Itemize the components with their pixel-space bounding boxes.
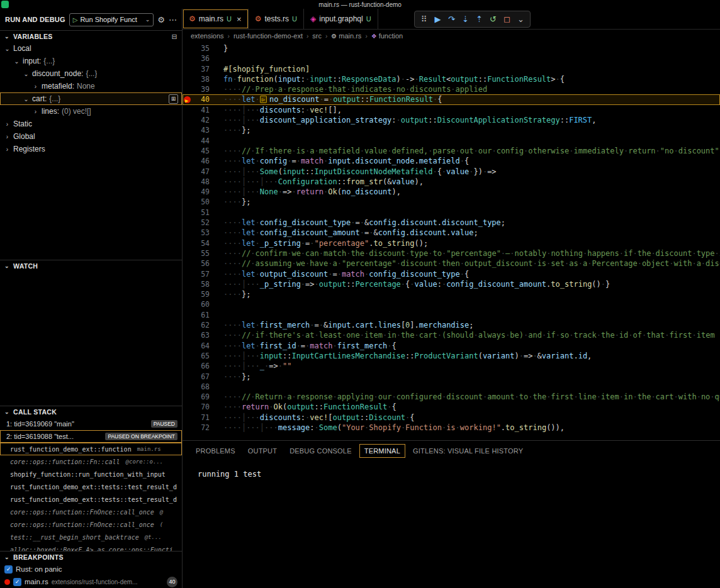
code-text[interactable]: ····let·first_merch·=·&input.cart.lines[… <box>210 320 720 330</box>
line-number[interactable]: 35 <box>193 43 210 53</box>
code-line-62[interactable]: 62····let·first_merch·=·&input.cart.line… <box>183 320 720 330</box>
code-text[interactable]: ····│···discounts:·vec![], <box>210 105 720 115</box>
code-line-45[interactable]: 45····//·If·there·is·a·metafield·value·d… <box>183 146 720 156</box>
glyph-margin[interactable] <box>183 228 193 238</box>
chevron-down-icon[interactable]: ⌄ <box>4 45 11 52</box>
breadcrumb-item-main.rs[interactable]: ⚙main.rs <box>331 32 361 40</box>
variable-row-Local[interactable]: ⌄Local <box>0 42 182 55</box>
code-line-59[interactable]: 59····}; <box>183 289 720 299</box>
stack-frame[interactable]: core::ops::function::FnOnce::call_once( <box>0 518 182 531</box>
glyph-margin[interactable] <box>183 208 193 218</box>
variable-row-Global[interactable]: ›Global <box>0 130 182 143</box>
code-text[interactable]: ····let·first_id·=·match·first_merch·{ <box>210 341 720 351</box>
code-line-69[interactable]: 69····//·Return·a·response·applying·our·… <box>183 392 720 402</box>
glyph-margin[interactable] <box>183 84 193 94</box>
code-text[interactable]: ····//·Return·a·response·applying·our·co… <box>210 392 720 402</box>
code-line-36[interactable]: 36 <box>183 53 720 64</box>
line-number[interactable]: 63 <box>193 330 210 340</box>
chevron-down-icon[interactable]: ⌄ <box>4 263 11 269</box>
line-number[interactable]: 40 <box>193 94 210 104</box>
line-number[interactable]: 47 <box>193 167 210 177</box>
thread-row[interactable]: 2: tid=3619088 "test...PAUSED ON BREAKPO… <box>0 430 182 443</box>
chevron-right-icon[interactable]: › <box>32 83 39 90</box>
launch-config-select[interactable]: ▷ Run Shopify Funct ⌄ <box>69 13 154 26</box>
code-line-58[interactable]: 58····│···_p_string·=>·output::Percentag… <box>183 279 720 289</box>
line-number[interactable]: 60 <box>193 299 210 309</box>
glyph-margin[interactable] <box>183 258 193 269</box>
line-number[interactable]: 67 <box>193 372 210 382</box>
glyph-margin[interactable] <box>183 248 193 258</box>
start-debug-icon[interactable]: ▷ <box>73 16 78 23</box>
collapse-all-icon[interactable]: ⊟ <box>171 33 177 41</box>
continue-button[interactable]: ▶ <box>431 14 444 24</box>
code-text[interactable]: ····//·If·there·is·a·metafield·value·def… <box>210 146 720 156</box>
code-text[interactable] <box>210 382 720 392</box>
code-line-66[interactable]: 66····│···_·=>·"" <box>183 361 720 371</box>
line-number[interactable]: 55 <box>193 248 210 258</box>
code-text[interactable]: } <box>210 43 720 53</box>
code-text[interactable]: ····//·assuming·we·have·a·"percentage"·d… <box>210 258 720 269</box>
code-line-49[interactable]: 49····│···None·=>·return·Ok(no_discount)… <box>183 187 720 197</box>
glyph-margin[interactable] <box>183 115 193 125</box>
code-text[interactable] <box>210 208 720 218</box>
stack-frame[interactable]: rust_function_demo_ext::tests::test_resu… <box>0 480 182 493</box>
code-line-46[interactable]: 46····let·config·=·match·input.discount_… <box>183 156 720 166</box>
line-number[interactable]: 70 <box>193 402 210 412</box>
line-number[interactable]: 46 <box>193 156 210 166</box>
breakpoints-section-header[interactable]: ⌄ BREAKPOINTS <box>0 552 182 563</box>
code-line-63[interactable]: 63····//·if·there's·at·least·one·item·in… <box>183 330 720 340</box>
editor-tab-input.graphql[interactable]: ◈input.graphqlU <box>304 9 378 29</box>
stack-frame[interactable]: rust_function_demo_ext::tests::test_resu… <box>0 493 182 506</box>
code-line-54[interactable]: 54····let·_p_string·=·"percentage".to_st… <box>183 238 720 248</box>
code-line-38[interactable]: 38fn·function(input:·input::ResponseData… <box>183 74 720 84</box>
more-actions-icon[interactable]: ⋯ <box>169 15 177 25</box>
glyph-margin[interactable] <box>183 392 193 402</box>
glyph-margin[interactable] <box>183 187 193 197</box>
panel-tab-debug-console[interactable]: DEBUG CONSOLE <box>285 445 356 457</box>
code-line-55[interactable]: 55····//·confirm·we·can·match·the·discou… <box>183 248 720 258</box>
breakpoint-row[interactable]: ✓Rust: on panic <box>0 563 182 575</box>
code-line-39[interactable]: 39····//·Prep·a·response·that·indicates·… <box>183 84 720 94</box>
code-text[interactable]: ····let·config_discount_type·=·&config.d… <box>210 218 720 228</box>
chevron-right-icon[interactable]: › <box>4 121 11 128</box>
glyph-margin[interactable] <box>183 279 193 289</box>
glyph-margin[interactable] <box>183 299 193 309</box>
line-number[interactable]: 65 <box>193 351 210 361</box>
code-line-70[interactable]: 70····return·Ok(output::FunctionResult·{ <box>183 402 720 412</box>
code-line-42[interactable]: 42····│···discount_application_strategy:… <box>183 115 720 125</box>
glyph-margin[interactable] <box>183 238 193 248</box>
line-number[interactable]: 54 <box>193 238 210 248</box>
stack-frame[interactable]: alloc::boxed::Box<F,A> as core::ops::Fun… <box>0 543 182 551</box>
line-number[interactable]: 41 <box>193 105 210 115</box>
code-text[interactable]: ····│···│···message:·Some("Your·Shopify·… <box>210 423 720 433</box>
code-line-40[interactable]: ▶40····let·▷no_discount·=·output::Functi… <box>183 94 720 104</box>
glyph-margin[interactable] <box>183 402 193 412</box>
code-text[interactable]: ····│···Some(input::InputDiscountNodeMet… <box>210 167 720 177</box>
line-number[interactable]: 36 <box>193 53 210 64</box>
code-line-41[interactable]: 41····│···discounts:·vec![], <box>183 105 720 115</box>
variable-row-Registers[interactable]: ›Registers <box>0 143 182 155</box>
code-text[interactable]: ····│···│···Configuration::from_str(&val… <box>210 177 720 187</box>
code-line-37[interactable]: 37#[shopify_function] <box>183 64 720 74</box>
restart-button[interactable]: ↺ <box>487 14 500 24</box>
chevron-down-icon[interactable]: ⌄ <box>13 58 20 65</box>
panel-tab-problems[interactable]: PROBLEMS <box>191 445 240 457</box>
variable-row-Static[interactable]: ›Static <box>0 118 182 130</box>
line-number[interactable]: 68 <box>193 382 210 392</box>
code-line-50[interactable]: 50····}; <box>183 197 720 207</box>
breadcrumb-item-extensions[interactable]: extensions <box>191 32 224 40</box>
step-over-button[interactable]: ↷ <box>445 14 458 24</box>
chevron-right-icon[interactable]: › <box>4 146 11 153</box>
chevron-down-icon[interactable]: ⌄ <box>4 554 11 560</box>
line-number[interactable]: 64 <box>193 341 210 351</box>
code-text[interactable]: ····}; <box>210 125 720 135</box>
line-number[interactable]: 38 <box>193 74 210 84</box>
code-text[interactable]: ····let·▷no_discount·=·output::FunctionR… <box>210 94 720 104</box>
close-icon[interactable]: × <box>237 14 242 24</box>
line-number[interactable]: 69 <box>193 392 210 402</box>
code-text[interactable] <box>210 136 720 146</box>
code-line-51[interactable]: 51 <box>183 208 720 218</box>
chevron-down-icon[interactable]: ⌄ <box>23 70 30 77</box>
glyph-margin[interactable] <box>183 361 193 371</box>
glyph-margin[interactable] <box>183 218 193 228</box>
